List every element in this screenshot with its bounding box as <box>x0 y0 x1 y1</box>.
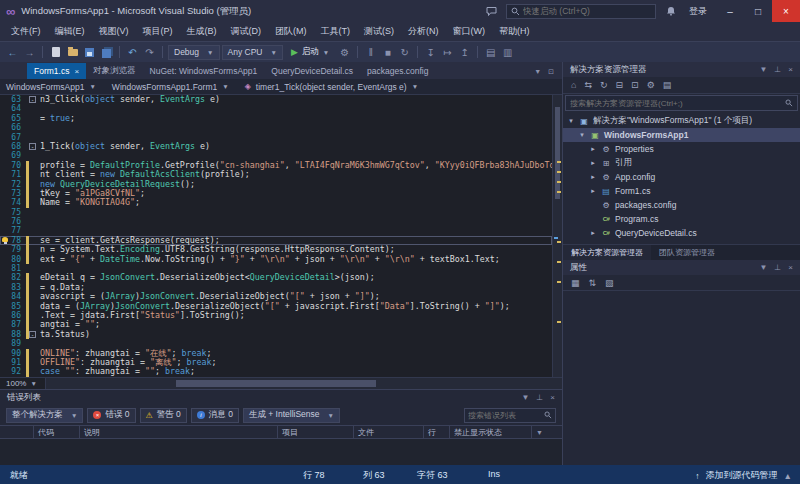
show-all-files-icon[interactable]: ⊡ <box>631 80 639 90</box>
tree-item[interactable]: ▸C#QueryDeviceDetail.cs <box>563 226 800 240</box>
code-line[interactable]: 92case "": zhuangtai = ""; break; <box>0 367 552 376</box>
stop-debug-icon[interactable]: ■ <box>380 45 395 60</box>
fold-toggle-icon[interactable]: - <box>29 331 36 338</box>
code-line[interactable]: 74Name = "KONGTIAO4G"; <box>0 198 552 207</box>
close-panel-icon[interactable]: × <box>550 393 555 402</box>
source-control-button[interactable]: ↑ 添加到源代码管理 ▲ <box>695 469 792 482</box>
notifications-icon[interactable] <box>662 0 680 22</box>
code-line[interactable]: 76 <box>0 217 552 226</box>
code-line[interactable]: 63-n3_Click(object sender, EventArgs e) <box>0 95 552 104</box>
window-position-icon[interactable]: ▼ <box>759 65 767 74</box>
menu-item[interactable]: 帮助(H) <box>492 22 537 41</box>
code-line[interactable]: 73tKey = "a1PGa8CVfNL"; <box>0 189 552 198</box>
solution-explorer-search-box[interactable] <box>565 95 798 111</box>
scrollbar-thumb[interactable] <box>176 380 376 387</box>
column-header[interactable]: 文件 <box>354 426 424 438</box>
categorize-icon[interactable]: ▦ <box>571 278 580 288</box>
refresh-icon[interactable]: ↻ <box>600 80 608 90</box>
code-line[interactable]: 72new QueryDeviceDetailRequest(); <box>0 180 552 189</box>
code-line[interactable]: 91OFFLINE": zhuangtai = "离线"; break; <box>0 358 552 367</box>
column-header[interactable]: 说明 <box>80 426 278 438</box>
code-line[interactable]: 81 <box>0 264 552 273</box>
code-line[interactable]: 85data = (JArray)JsonConvert.Deserialize… <box>0 302 552 311</box>
collapse-all-icon[interactable]: ⊟ <box>616 80 624 90</box>
platform-dropdown[interactable]: Any CPU▼ <box>222 45 283 60</box>
tool-window-tab[interactable]: 解决方案资源管理器 <box>563 245 651 260</box>
tree-item[interactable]: ▸⚙Properties <box>563 142 800 156</box>
menu-item[interactable]: 窗口(W) <box>446 22 493 41</box>
start-debug-button[interactable]: ▶启动▼ <box>285 45 335 60</box>
error-search-input[interactable] <box>468 411 542 420</box>
breadcrumb-type[interactable]: WindowsFormsApp1.Form1▼ <box>112 82 229 92</box>
solution-explorer-search-input[interactable] <box>570 99 783 108</box>
document-tab[interactable]: QueryDeviceDetail.cs <box>264 63 360 79</box>
pin-icon[interactable]: ⊥ <box>774 263 781 272</box>
pin-icon[interactable]: ⊥ <box>536 393 543 402</box>
code-line[interactable]: 83= q.Data; <box>0 283 552 292</box>
filter-icon[interactable]: ▼ <box>532 426 562 438</box>
code-line[interactable]: 64 <box>0 104 552 113</box>
quick-launch-search[interactable] <box>506 4 656 19</box>
zoom-control[interactable]: 100%▼ <box>0 378 46 389</box>
step-over-icon[interactable]: ↦ <box>440 45 455 60</box>
active-files-dropdown-icon[interactable]: ▼ <box>534 68 541 76</box>
column-header[interactable]: 禁止显示状态 <box>450 426 532 438</box>
document-tab[interactable]: NuGet: WindowsFormsApp1 <box>143 63 265 79</box>
code-line[interactable]: 90ONLINE": zhuangtai = "在线"; break; <box>0 349 552 358</box>
error-search-box[interactable] <box>464 408 556 423</box>
column-header[interactable]: 行 <box>424 426 450 438</box>
new-file-icon[interactable] <box>48 45 63 60</box>
navigate-forward-icon[interactable]: → <box>22 45 37 60</box>
code-line[interactable]: 82eDetail q = JsonConvert.DeserializeObj… <box>0 273 552 282</box>
editor-horizontal-scrollbar[interactable] <box>46 378 562 389</box>
find-in-files-icon[interactable]: ▤ <box>483 45 498 60</box>
severity-column-header[interactable] <box>0 426 34 438</box>
code-line[interactable]: 79n = System.Text.Encoding.UTF8.GetStrin… <box>0 245 552 254</box>
code-line[interactable]: 69 <box>0 151 552 160</box>
expand-arrow[interactable]: ▸ <box>589 187 597 195</box>
code-line[interactable]: 66 <box>0 123 552 132</box>
document-tab[interactable]: 对象浏览器 <box>86 63 143 79</box>
float-window-icon[interactable]: ⊡ <box>548 68 554 76</box>
code-line[interactable]: 71nt client = new DefaultAcsClient(profi… <box>0 170 552 179</box>
errors-filter-button[interactable]: ×错误 0 <box>87 408 135 423</box>
fold-toggle-icon[interactable]: - <box>29 96 36 103</box>
break-all-icon[interactable]: ‖ <box>363 45 378 60</box>
menu-item[interactable]: 视图(V) <box>92 22 136 41</box>
window-position-icon[interactable]: ▼ <box>521 393 529 402</box>
menu-item[interactable]: 分析(N) <box>401 22 446 41</box>
code-line[interactable]: 89 <box>0 339 552 348</box>
column-header[interactable]: 代码 <box>34 426 80 438</box>
expand-arrow[interactable]: ▸ <box>589 173 597 181</box>
code-line[interactable]: 65= true; <box>0 114 552 123</box>
tree-item[interactable]: ▸▤Form1.cs <box>563 184 800 198</box>
step-into-icon[interactable]: ↧ <box>423 45 438 60</box>
sort-alpha-icon[interactable]: ⇅ <box>589 278 597 288</box>
undo-icon[interactable]: ↶ <box>125 45 140 60</box>
document-tab[interactable]: packages.config <box>360 63 435 79</box>
save-all-icon[interactable] <box>99 45 114 60</box>
navigate-back-icon[interactable]: ← <box>5 45 20 60</box>
breadcrumb-member[interactable]: ◈timer1_Tick(object sender, EventArgs e)… <box>245 82 418 92</box>
tree-item[interactable]: ▸⚙App.config <box>563 170 800 184</box>
menu-item[interactable]: 项目(P) <box>136 22 180 41</box>
tree-item[interactable]: ⚙packages.config <box>563 198 800 212</box>
error-scope-dropdown[interactable]: 整个解决方案▼ <box>6 408 83 423</box>
code-line[interactable]: 78se = client.GetAcsResponse(request); <box>0 236 552 245</box>
code-line[interactable]: 67 <box>0 133 552 142</box>
menu-item[interactable]: 文件(F) <box>4 22 48 41</box>
switch-views-icon[interactable]: ⇆ <box>584 80 592 90</box>
quick-launch-input[interactable] <box>523 6 651 16</box>
properties-icon[interactable]: ⚙ <box>647 80 655 90</box>
tool-window-tab[interactable]: 团队资源管理器 <box>651 245 723 260</box>
error-source-dropdown[interactable]: 生成 + IntelliSense▼ <box>243 408 340 423</box>
view-code-icon[interactable]: ▤ <box>663 80 672 90</box>
tree-item[interactable]: ▸⊞引用 <box>563 156 800 170</box>
code-line[interactable]: 70profile = DefaultProfile.GetProfile("c… <box>0 161 552 170</box>
property-pages-icon[interactable]: ▧ <box>605 278 614 288</box>
step-out-icon[interactable]: ↥ <box>457 45 472 60</box>
breadcrumb-project[interactable]: WindowsFormsApp1▼ <box>6 82 96 92</box>
menu-item[interactable]: 调试(D) <box>224 22 269 41</box>
fold-toggle-icon[interactable]: - <box>29 143 36 150</box>
scrollbar-thumb[interactable] <box>555 107 560 199</box>
